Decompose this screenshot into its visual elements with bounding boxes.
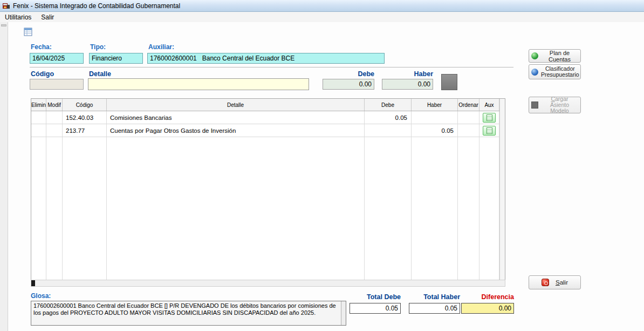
add-entry-button[interactable] [441,74,457,90]
haber-entry-input[interactable] [382,79,433,90]
cell-aux [479,124,499,137]
cell-haber: 0.05 [412,124,458,137]
cargar-asiento-modelo-button[interactable]: Cargar Asiento Modelo [529,97,581,113]
cell-ordenar [458,124,479,137]
detalle-entry-label: Detalle [89,70,111,78]
blue-sphere-icon [531,69,538,76]
cell-modif [46,124,63,137]
cell-debe: 0.05 [365,111,412,124]
grid-vertical-scrollbar[interactable] [499,99,505,280]
header-separator [30,67,513,67]
grid-horizontal-scrollbar[interactable] [31,280,505,287]
cell-aux [479,111,499,124]
cell-haber [412,111,458,124]
fecha-input[interactable] [30,53,84,64]
cell-codigo [63,137,107,280]
cell-detalle [107,137,365,280]
hscroll-thumb[interactable] [31,280,35,286]
cell-elim [31,137,46,280]
form-client-area: Fecha: Tipo: Auxiliar: Código Detalle De… [0,22,644,331]
table-row[interactable]: 213.77Cuentas por Pagar Otros Gastos de … [31,124,499,137]
disabled-square-icon [531,102,538,109]
codigo-entry-input[interactable] [30,79,84,90]
total-haber-value [409,303,460,314]
glosa-textarea[interactable]: 1760002600001 Banco Central del Ecuador … [31,301,346,326]
cell-haber [412,137,458,280]
column-header-debe[interactable]: Debe [365,99,412,111]
cell-detalle: Comisiones Bancarias [107,111,365,124]
grid-sheet-icon [487,127,492,134]
power-icon [542,279,549,286]
glosa-scrollbar[interactable] [341,301,346,325]
aux-button[interactable] [483,126,496,136]
window-title: Fenix - Sistema Integrado de Contabilida… [13,2,180,10]
cargar-asiento-label: Cargar Asiento Modelo [541,96,578,114]
cell-detalle: Cuentas por Pagar Otros Gastos de Invers… [107,124,365,137]
grid-header-row: Elimin Modif Código Detalle Debe Haber O… [31,99,499,111]
total-debe-label: Total Debe [350,293,401,301]
auxiliar-label: Auxiliar: [148,43,174,51]
empty-grid-area [31,137,499,280]
column-header-haber[interactable]: Haber [412,99,458,111]
diferencia-label: Diferencia [461,293,514,301]
column-header-codigo[interactable]: Código [63,99,107,111]
glosa-text: 1760002600001 Banco Central del Ecuador … [31,301,341,325]
green-sphere-icon [531,52,538,59]
cell-debe [365,124,412,137]
clasificador-label: Clasificador Presupuestario [541,66,579,78]
fecha-label: Fecha: [31,43,52,51]
tipo-label: Tipo: [90,43,106,51]
cell-aux [479,137,499,280]
cell-codigo: 152.40.03 [63,111,107,124]
left-panel-splitter[interactable] [0,22,8,331]
cell-ordenar [458,137,479,280]
grid-body: 152.40.03Comisiones Bancarias0.05213.77C… [31,111,499,280]
grid-sheet-icon [487,114,492,121]
auxiliar-input[interactable] [147,53,385,64]
salir-button[interactable]: Salir [529,275,581,289]
aux-button[interactable] [483,113,496,123]
debe-entry-input[interactable] [323,79,374,90]
cell-modif [46,137,63,280]
plan-de-cuentas-button[interactable]: Plan de Cuentas [529,49,581,63]
titlebar: Fenix - Sistema Integrado de Contabilida… [0,0,644,12]
total-debe-value [350,303,401,314]
save-entry-icon[interactable] [24,28,33,37]
cell-modif [46,111,63,124]
menubar: Utilitarios Salir [0,12,644,22]
menu-salir[interactable]: Salir [36,12,59,22]
entries-grid: Elimin Modif Código Detalle Debe Haber O… [31,98,505,280]
column-header-aux[interactable]: Aux [479,99,499,111]
codigo-entry-label: Código [31,70,54,78]
clasificador-presupuestario-button[interactable]: Clasificador Presupuestario [529,64,581,79]
cell-elim [31,124,46,137]
cell-ordenar [458,111,479,124]
debe-entry-label: Debe [323,70,374,78]
glosa-label: Glosa: [31,292,51,300]
column-header-modif[interactable]: Modif [46,99,63,111]
detalle-entry-input[interactable] [88,78,309,90]
plan-de-cuentas-label: Plan de Cuentas [541,50,578,63]
diferencia-value [461,303,514,314]
app-icon [2,2,10,10]
cell-codigo: 213.77 [63,124,107,137]
total-haber-label: Total Haber [409,293,460,301]
salir-label: Salir [556,279,568,286]
column-header-ordenar[interactable]: Ordenar [458,99,479,111]
column-header-detalle[interactable]: Detalle [107,99,365,111]
table-row[interactable]: 152.40.03Comisiones Bancarias0.05 [31,111,499,124]
cell-debe [365,137,412,280]
cell-elim [31,111,46,124]
tipo-input[interactable] [89,53,143,64]
haber-entry-label: Haber [382,70,433,78]
splitter-handle[interactable] [1,24,6,26]
app-window: Fenix - Sistema Integrado de Contabilida… [0,0,644,331]
column-header-elimin[interactable]: Elimin [31,99,46,111]
menu-utilitarios[interactable]: Utilitarios [0,12,36,22]
